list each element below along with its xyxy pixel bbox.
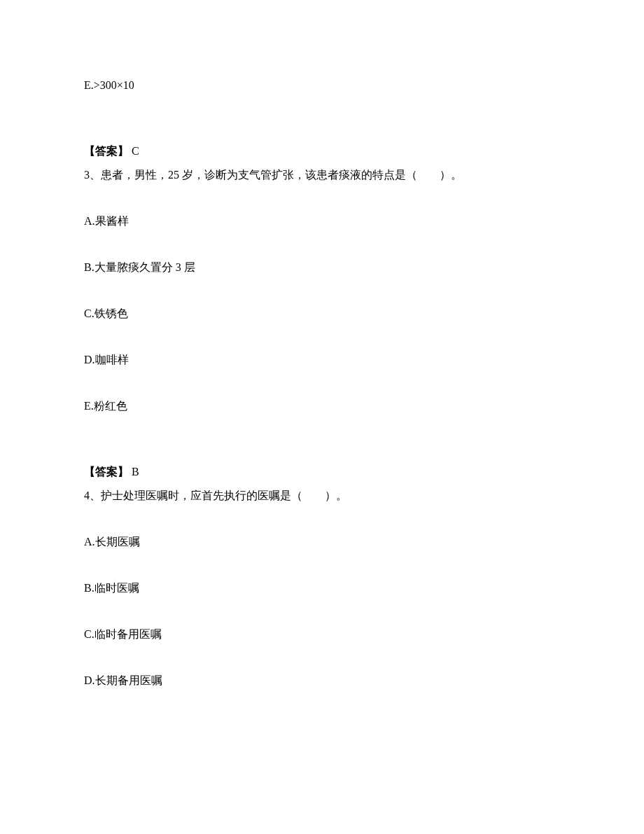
q4-number: 4、 — [84, 489, 101, 501]
q2-answer-block: 【答案】 C — [84, 143, 560, 160]
q4-option-a: A.长期医嘱 — [84, 534, 560, 550]
q3-number: 3、 — [84, 169, 101, 181]
q4-text: 护士处理医嘱时，应首先执行的医嘱是（ ）。 — [101, 489, 347, 501]
q2-answer-label: 【答案】 — [84, 145, 129, 157]
q4-question: 4、护士处理医嘱时，应首先执行的医嘱是（ ）。 — [84, 487, 560, 504]
q3-option-a: A.果酱样 — [84, 213, 560, 230]
q3-answer-block: 【答案】 B — [84, 464, 560, 480]
q3-option-d: D.咖啡样 — [84, 352, 560, 368]
q3-option-b: B.大量脓痰久置分 3 层 — [84, 259, 560, 276]
q3-question: 3、患者，男性，25 岁，诊断为支气管扩张，该患者痰液的特点是（ ）。 — [84, 167, 560, 183]
q2-option-e: E.>300×10 — [84, 77, 560, 94]
q4-option-c: C.临时备用医嘱 — [84, 626, 560, 643]
q2-answer-value: C — [132, 145, 139, 157]
q3-answer-value: B — [132, 466, 139, 478]
q3-answer-label: 【答案】 — [84, 466, 129, 478]
q4-option-b: B.临时医嘱 — [84, 580, 560, 597]
q4-option-d: D.长期备用医嘱 — [84, 672, 560, 689]
q3-text: 患者，男性，25 岁，诊断为支气管扩张，该患者痰液的特点是（ ）。 — [101, 169, 462, 181]
q3-option-e: E.粉红色 — [84, 398, 560, 415]
q3-option-c: C.铁锈色 — [84, 305, 560, 322]
